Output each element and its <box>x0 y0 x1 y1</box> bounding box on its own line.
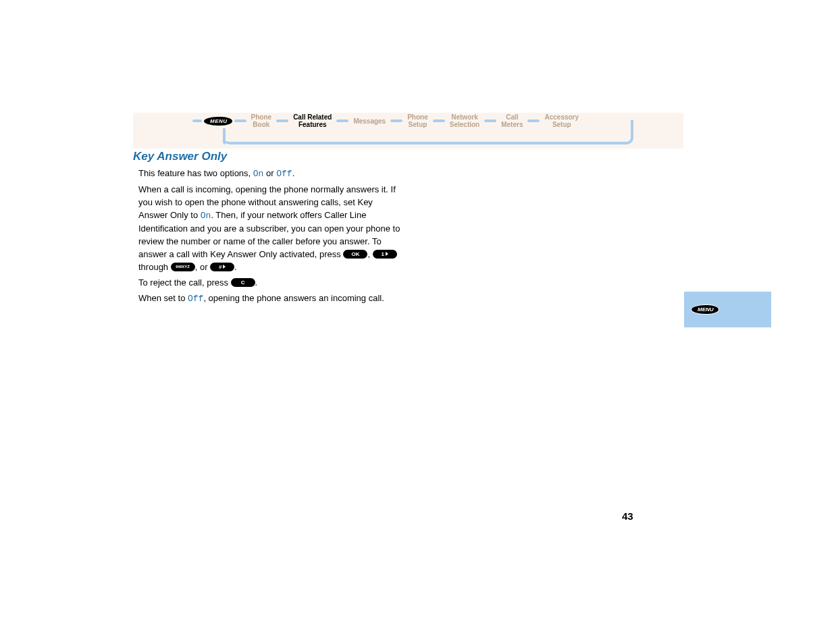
ok-key-icon: OK <box>343 250 367 259</box>
nav-label: Phone Setup <box>405 113 431 128</box>
paragraph-1: This feature has two options, On or Off. <box>138 167 403 180</box>
paragraph-4: When set to Off, opening the phone answe… <box>138 292 403 305</box>
nav-label: Call Related Features <box>290 113 334 128</box>
menu-icon: MENU <box>691 304 719 315</box>
page-number: 43 <box>622 510 633 522</box>
dash-icon <box>433 119 445 122</box>
c-key-icon: C <box>231 278 255 287</box>
option-on: On <box>253 169 264 179</box>
nav-line-decor-left <box>223 128 226 144</box>
nav-item-accessory-setup: Accessory Setup <box>542 113 581 128</box>
dash-icon <box>276 119 288 122</box>
option-off: Off <box>188 294 203 304</box>
dash-icon <box>527 119 540 122</box>
paragraph-3: To reject the call, press C. <box>138 276 403 289</box>
side-menu-tab: MENU <box>684 292 771 327</box>
nav-item-phone-setup: Phone Setup <box>405 113 431 128</box>
nav-label: Phone Book <box>249 113 275 128</box>
nav-label: Accessory Setup <box>542 113 581 128</box>
option-on: On <box>201 211 211 221</box>
nine-key-icon: 9WXYZ <box>171 263 195 271</box>
nav-label: Messages <box>350 117 388 125</box>
nav-item-call-related-features: Call Related Features <box>290 113 334 128</box>
body-content: This feature has two options, On or Off.… <box>138 167 403 308</box>
option-off: Off <box>276 169 292 179</box>
nav-item-phone-book: Phone Book <box>249 113 275 128</box>
dash-icon <box>234 119 246 122</box>
nav-item-call-meters: Call Meters <box>498 113 525 128</box>
dash-icon <box>192 119 202 122</box>
breadcrumb-nav: MENU Phone Book Call Related Features Me… <box>190 113 581 128</box>
section-heading: Key Answer Only <box>133 150 227 163</box>
dash-icon <box>484 119 496 122</box>
nav-label: Call Meters <box>498 113 525 128</box>
menu-icon: MENU <box>204 117 232 126</box>
one-key-icon: 1 <box>373 250 397 259</box>
dash-icon <box>336 119 348 122</box>
dash-icon <box>390 119 402 122</box>
nav-item-messages: Messages <box>350 117 388 125</box>
paragraph-2: When a call is incoming, opening the pho… <box>138 183 403 273</box>
nav-label: Network Selection <box>447 113 482 128</box>
nav-item-network-selection: Network Selection <box>447 113 482 128</box>
hash-key-icon: # <box>210 263 234 271</box>
